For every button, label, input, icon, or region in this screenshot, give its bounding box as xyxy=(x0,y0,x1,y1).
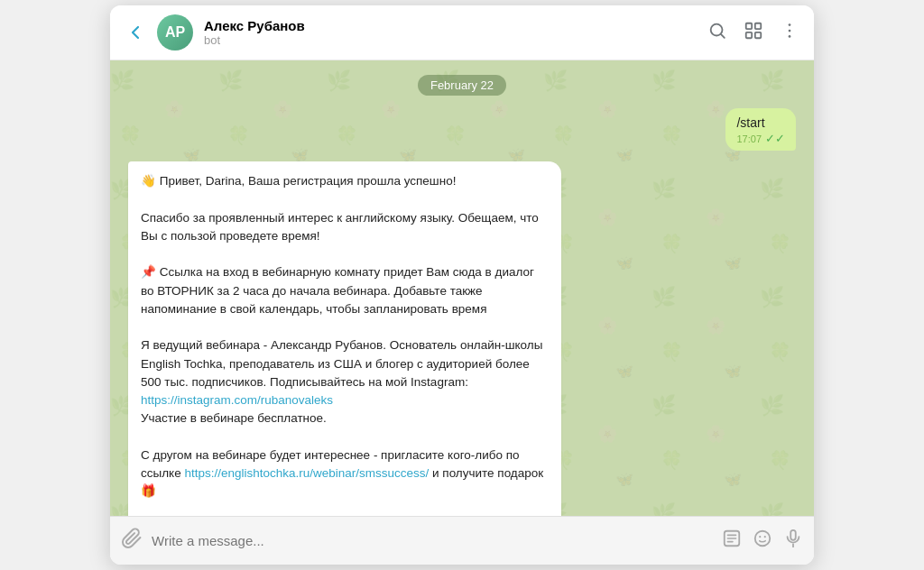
layout-icon[interactable] xyxy=(744,21,763,45)
svg-point-7 xyxy=(789,35,791,38)
more-icon[interactable] xyxy=(780,21,799,45)
commands-icon[interactable] xyxy=(722,529,742,553)
svg-point-5 xyxy=(789,23,791,26)
date-badge: February 22 xyxy=(128,75,796,96)
read-check-icon: ✓✓ xyxy=(765,132,785,145)
chat-area: February 22 /start 17:07 ✓✓ 👋 Привет, Da… xyxy=(110,60,814,516)
contact-status: bot xyxy=(204,33,697,47)
header-actions xyxy=(707,21,799,45)
svg-point-6 xyxy=(789,29,791,32)
mic-icon[interactable] xyxy=(783,529,803,553)
input-bar xyxy=(110,516,814,565)
instagram-link[interactable]: https://instagram.com/rubanovaleks xyxy=(141,393,333,407)
outgoing-bubble: /start 17:07 ✓✓ xyxy=(725,108,796,151)
svg-rect-12 xyxy=(790,530,796,540)
outgoing-text: /start xyxy=(736,115,785,130)
svg-point-10 xyxy=(759,536,761,538)
chat-header: АР Алекс Рубанов bot xyxy=(110,5,814,60)
incoming-text: 👋 Привет, Darina, Ваша регистрация прошл… xyxy=(141,172,549,516)
webinar-link[interactable]: https://englishtochka.ru/webinar/smssucc… xyxy=(184,466,429,480)
incoming-message: 👋 Привет, Darina, Ваша регистрация прошл… xyxy=(128,161,796,516)
contact-info: Алекс Рубанов bot xyxy=(204,18,697,47)
back-button[interactable] xyxy=(125,22,146,43)
search-icon[interactable] xyxy=(707,21,727,45)
outgoing-time: 17:07 xyxy=(736,133,762,144)
emoji-icon[interactable] xyxy=(753,529,772,553)
outgoing-message: /start 17:07 ✓✓ xyxy=(128,108,796,151)
attach-icon[interactable] xyxy=(121,528,143,555)
svg-rect-3 xyxy=(746,32,752,37)
telegram-window: АР Алекс Рубанов bot xyxy=(110,5,814,565)
svg-point-11 xyxy=(764,536,766,538)
contact-name: Алекс Рубанов xyxy=(204,18,697,33)
svg-rect-2 xyxy=(755,23,761,28)
svg-rect-1 xyxy=(746,23,752,28)
avatar: АР xyxy=(157,14,193,51)
svg-point-9 xyxy=(755,531,771,547)
incoming-bubble: 👋 Привет, Darina, Ваша регистрация прошл… xyxy=(128,161,561,516)
input-icons xyxy=(722,529,803,553)
message-input[interactable] xyxy=(152,528,713,554)
svg-rect-4 xyxy=(755,32,761,37)
